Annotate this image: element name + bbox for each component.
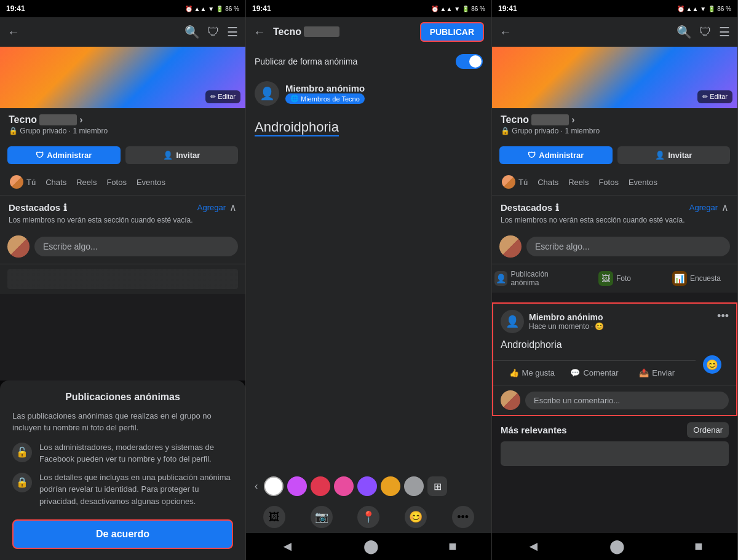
status-bar-3: 19:41 ⏰ ▲▲ ▼ 🔋 86 % <box>492 0 737 17</box>
tab-chats-3[interactable]: Chats <box>533 169 563 195</box>
invite-button-1[interactable]: 👤 Invitar <box>125 146 239 164</box>
add-link-1[interactable]: Agregar <box>197 203 226 212</box>
post-action-anon[interactable]: 👤 Publicación anónima <box>492 264 574 293</box>
tab-chats-1[interactable]: Chats <box>41 169 71 195</box>
admin-button-3[interactable]: 🛡 Administrar <box>499 146 613 164</box>
person-icon-invite-3: 👤 <box>655 151 665 160</box>
nav-home-icon-3[interactable]: ⬤ <box>609 538 625 554</box>
edit-cover-button-3[interactable]: ✏ Editar <box>697 90 732 103</box>
nav-back-icon-3[interactable]: ◄ <box>526 538 540 554</box>
shield-button-1[interactable]: 🛡 <box>207 25 220 39</box>
back-button-1[interactable]: ← <box>7 25 20 39</box>
color-grid-button[interactable]: ⊞ <box>427 476 447 496</box>
cover-image-1: ✏ Editar <box>0 47 245 108</box>
comment-input-row-3: Escribe un comentario... <box>493 385 736 415</box>
avatar-icon-3 <box>502 175 515 189</box>
agree-button-1[interactable]: De acuerdo <box>12 519 233 549</box>
camera-toolbar-icon[interactable]: 📷 <box>311 506 333 528</box>
action-bar-placeholder <box>0 264 245 294</box>
post-action-photo[interactable]: 🖼 Foto <box>574 264 656 293</box>
post-typed-text[interactable]: Androidphoria <box>255 119 339 136</box>
shield-icon-admin: 🛡 <box>36 151 44 160</box>
modal-item-text-2: Los detalles que incluyas en una publica… <box>39 471 233 508</box>
like-button-3[interactable]: 👍 Me gusta <box>501 363 563 382</box>
back-button-2[interactable]: ← <box>253 25 266 39</box>
color-gray[interactable] <box>404 476 424 496</box>
invite-button-3[interactable]: 👤 Invitar <box>617 146 731 164</box>
battery-icon-2: 🔋 <box>462 6 469 12</box>
divider-3 <box>492 293 737 298</box>
nav-square-icon-3[interactable]: ■ <box>694 538 702 554</box>
person-icon-invite: 👤 <box>163 151 173 160</box>
edit-cover-button-1[interactable]: ✏ Editar <box>205 90 240 103</box>
color-purple-light[interactable] <box>287 476 307 496</box>
shield-icon-admin-3: 🛡 <box>528 151 536 160</box>
top-nav-1: ← 🔍 🛡 ☰ <box>0 17 245 47</box>
tab-eventos-1[interactable]: Eventos <box>132 169 170 195</box>
color-white[interactable] <box>264 476 284 496</box>
tab-tu-1[interactable]: Tú <box>5 169 41 195</box>
tab-tu-3[interactable]: Tú <box>497 169 533 195</box>
post-action-poll[interactable]: 📊 Encuesta <box>656 264 737 293</box>
collapse-icon-1[interactable]: ∧ <box>229 202 237 213</box>
modal-overlay-1: Publicaciones anónimas Las publicaciones… <box>0 381 245 561</box>
tab-fotos-3[interactable]: Fotos <box>593 169 624 195</box>
status-icons-2: ⏰ ▲▲ ▼ 🔋 86 % <box>431 6 486 12</box>
send-icon: 📤 <box>639 368 649 377</box>
tab-reels-3[interactable]: Reels <box>563 169 593 195</box>
tab-eventos-3[interactable]: Eventos <box>624 169 662 195</box>
color-picker-row: ‹ ⊞ <box>246 471 491 501</box>
nav-home-icon-2[interactable]: ⬤ <box>363 538 379 554</box>
post-emoji-react-btn[interactable]: 😊 <box>703 355 721 374</box>
anon-toggle-switch[interactable] <box>456 54 483 69</box>
comment-avatar-3 <box>501 390 520 410</box>
add-link-3[interactable]: Agregar <box>689 203 718 212</box>
status-icons-3: ⏰ ▲▲ ▼ 🔋 86 % <box>677 6 732 12</box>
more-toolbar-icon[interactable]: ••• <box>452 506 474 528</box>
time-2: 19:41 <box>252 4 271 13</box>
anon-member-name: Miembro anónimo <box>285 83 365 93</box>
color-purple-dark[interactable] <box>357 476 377 496</box>
color-orange[interactable] <box>381 476 400 496</box>
signal-icon: ▲▲ <box>194 6 207 12</box>
photo-toolbar-icon[interactable]: 🖼 <box>263 506 285 528</box>
collapse-icon-3[interactable]: ∧ <box>721 202 729 213</box>
lock-icon: 🔒 <box>12 473 32 492</box>
comment-button-3[interactable]: 💬 Comentar <box>563 363 626 382</box>
info-icon-1: ℹ <box>63 202 67 213</box>
menu-button-1[interactable]: ☰ <box>227 25 238 39</box>
shield-button-3[interactable]: 🛡 <box>699 25 712 39</box>
top-nav-2: ← Tecno ████ PUBLICAR <box>246 17 491 47</box>
location-toolbar-icon[interactable]: 📍 <box>357 506 379 528</box>
comment-input-3[interactable]: Escribe un comentario... <box>525 392 729 409</box>
anon-member-avatar: 👤 <box>255 81 279 106</box>
menu-button-3[interactable]: ☰ <box>719 25 730 39</box>
post-more-icon[interactable]: ••• <box>717 310 729 323</box>
avatar-icon <box>10 175 23 189</box>
admin-button-1[interactable]: 🛡 Administrar <box>7 146 121 164</box>
post-author-name-3: Miembro anónimo <box>529 312 604 322</box>
status-bar-2: 19:41 ⏰ ▲▲ ▼ 🔋 86 % <box>246 0 491 17</box>
sort-button[interactable]: Ordenar <box>687 422 729 438</box>
top-nav-3: ← 🔍 🛡 ☰ <box>492 17 737 47</box>
back-button-3[interactable]: ← <box>499 25 512 39</box>
lock-open-icon: 🔓 <box>12 443 32 462</box>
nav-square-icon-2[interactable]: ■ <box>448 538 456 554</box>
write-post-input-3[interactable]: Escribe algo... <box>526 237 730 256</box>
comment-icon: 💬 <box>570 368 580 377</box>
tab-reels-1[interactable]: Reels <box>71 169 101 195</box>
tab-fotos-1[interactable]: Fotos <box>101 169 132 195</box>
color-nav-prev[interactable]: ‹ <box>252 478 260 494</box>
color-pink[interactable] <box>334 476 354 496</box>
post-actions-bar-3: 👤 Publicación anónima 🖼 Foto 📊 Encuesta <box>492 264 737 293</box>
panel-1: 19:41 ⏰ ▲▲ ▼ 🔋 86 % ← 🔍 🛡 ☰ ✏ Editar Tec… <box>0 0 246 560</box>
search-button-3[interactable]: 🔍 <box>676 25 692 39</box>
action-buttons-1: 🛡 Administrar 👤 Invitar <box>0 141 245 169</box>
color-red[interactable] <box>311 476 330 496</box>
write-post-input-1[interactable]: Escribe algo... <box>34 237 238 256</box>
search-button-1[interactable]: 🔍 <box>184 25 200 39</box>
publish-button-2[interactable]: PUBLICAR <box>420 22 484 42</box>
emoji-toolbar-icon[interactable]: 😊 <box>405 506 427 528</box>
send-button-3[interactable]: 📤 Enviar <box>625 363 688 382</box>
nav-back-icon-2[interactable]: ◄ <box>280 538 294 554</box>
